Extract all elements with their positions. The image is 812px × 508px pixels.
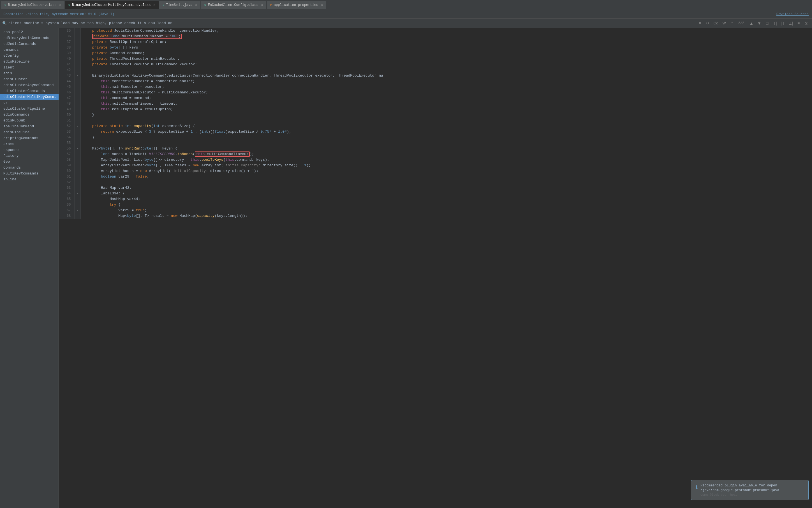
notification-text: Recommended plugin available for depen '… xyxy=(701,483,779,497)
line-number: 68 xyxy=(59,213,74,219)
sidebar-item-commands2[interactable]: Commands xyxy=(0,165,59,171)
notification-subtitle: 'java:com.google.protobuf:protobuf-java xyxy=(701,489,779,492)
sidebar-item-response[interactable]: esponse xyxy=(0,147,59,153)
table-row: 45 this.mainExecutor = executor; xyxy=(59,84,812,90)
line-gutter xyxy=(74,118,81,123)
sidebar-item-jedis-cluster-async[interactable]: edisClusterAsyncCommand xyxy=(0,82,59,88)
table-row: 59 ArrayList<Future<Map<byte[], T>>> tas… xyxy=(59,163,812,168)
line-gutter xyxy=(74,95,81,101)
search-clear-button[interactable]: ✕ xyxy=(697,20,703,26)
tab-close-0[interactable]: ✕ xyxy=(59,3,61,7)
table-row: 60 ArrayList hosts = new ArrayList( init… xyxy=(59,168,812,174)
line-gutter xyxy=(74,179,81,185)
line-code: var29 = true; xyxy=(81,208,812,213)
line-gutter xyxy=(74,135,81,140)
sidebar-item-pipeline-command[interactable]: ipelineCommand xyxy=(0,123,59,129)
sidebar-item-jedis-cluster-pipeline[interactable]: edisClusterPipeline xyxy=(0,106,59,112)
line-gutter: ▾ xyxy=(74,208,81,213)
line-gutter xyxy=(74,107,81,112)
tab-close-2[interactable]: ✕ xyxy=(195,3,197,7)
tab-close-4[interactable]: ✕ xyxy=(321,3,323,7)
sidebar-item-jedis-cluster[interactable]: edisCluster xyxy=(0,76,59,82)
table-row: 43 ▾ BinaryJedisClusterMultiKeyCommand(J… xyxy=(59,73,812,79)
sidebar-item-pool2[interactable]: ons.pool2 xyxy=(0,29,59,35)
sidebar-item-config[interactable]: eConfig xyxy=(0,53,59,58)
line-code xyxy=(81,118,812,123)
table-row: 41 private ThreadPoolExecutor multiComma… xyxy=(59,62,812,67)
search-input[interactable]: client machine's system load may be too … xyxy=(8,21,696,25)
sidebar-item-jedis-commands2[interactable]: edisCommands xyxy=(0,112,59,118)
search-option4-button[interactable]: ≡ xyxy=(795,20,802,27)
search-actions: ▲ ▼ □ ⊤| |⊤ ⊥| ≡ ⧖ xyxy=(748,20,810,27)
search-word-button[interactable]: W xyxy=(721,20,727,26)
line-number: 40 xyxy=(59,56,74,62)
sidebar-item-jedis-cluster-multikey[interactable]: edisClusterMultiKeyCommand xyxy=(0,94,59,100)
line-gutter xyxy=(74,157,81,163)
search-next-button[interactable]: ▼ xyxy=(756,20,763,27)
tab-close-3[interactable]: ✕ xyxy=(261,3,263,7)
sidebar-item-jedis-pipeline2[interactable]: edisPipeline xyxy=(0,129,59,135)
line-gutter xyxy=(74,90,81,95)
tab-time-unit[interactable]: J TimeUnit.java ✕ xyxy=(159,1,200,9)
sidebar-item-jedis[interactable]: edis xyxy=(0,71,59,76)
search-regex-button[interactable]: .* xyxy=(729,20,734,26)
editor-area[interactable]: 35 protected JedisClusterConnectionHandl… xyxy=(59,28,812,508)
table-row: 66 try { xyxy=(59,202,812,208)
line-code: private long multiCommandTimeout = 100L; xyxy=(81,34,812,39)
tab-label-active: BinaryJedisClusterMultiKeyCommand.class xyxy=(72,3,151,7)
sidebar-item-binary-jedis-commands[interactable]: edBinaryJedisCommands xyxy=(0,35,59,41)
search-prev-button[interactable]: ▲ xyxy=(748,20,755,27)
line-code: } xyxy=(81,112,812,118)
sidebar-item-commands[interactable]: ommands xyxy=(0,47,59,53)
sidebar-item-params[interactable]: arams xyxy=(0,141,59,147)
line-number: 43 xyxy=(59,73,74,79)
line-code: try { xyxy=(81,202,812,208)
table-row: 57 long nanos = TimeUnit.MILLISECONDS.to… xyxy=(59,152,812,157)
search-option1-button[interactable]: ⊤| xyxy=(772,20,778,27)
sidebar-item-er[interactable]: er xyxy=(0,100,59,106)
search-option3-button[interactable]: ⊥| xyxy=(787,20,794,27)
search-refresh-button[interactable]: ↺ xyxy=(705,20,711,26)
table-row: 46 this.multiCommandExecutor = multiComm… xyxy=(59,90,812,95)
table-row: 53 return expectedSize < 3 ? expectedSiz… xyxy=(59,129,812,135)
sidebar-item-jedis-cluster-commands[interactable]: edisClusterCommands xyxy=(0,88,59,94)
line-number: 66 xyxy=(59,202,74,208)
line-gutter xyxy=(74,185,81,191)
table-row: 48 this.multiCommandTimeout = timeout; xyxy=(59,101,812,107)
tab-application-properties[interactable]: P application.properties ✕ xyxy=(267,1,326,9)
tab-binary-jedis-cluster[interactable]: C BinaryJedisCluster.class ✕ xyxy=(1,1,64,9)
line-number: 45 xyxy=(59,84,74,90)
table-row: 67 ▾ var29 = true; xyxy=(59,208,812,213)
line-number: 36 xyxy=(59,34,74,39)
line-code: Map<byte[], T> syncRun(byte[][] keys) { xyxy=(81,146,812,152)
line-code xyxy=(81,140,812,146)
notification-title: Recommended plugin available for depen xyxy=(701,483,779,488)
search-option2-button[interactable]: |⊤ xyxy=(779,20,786,27)
sidebar-item-factory[interactable]: Factory xyxy=(0,153,59,159)
info-bar: Decompiled .class file, bytecode version… xyxy=(0,10,812,18)
sidebar-item-scripting-commands[interactable]: criptingCommands xyxy=(0,135,59,141)
line-gutter xyxy=(74,50,81,56)
search-expand-button[interactable]: □ xyxy=(764,20,770,27)
sidebar-item-inline[interactable]: inline xyxy=(0,176,59,182)
table-row: 44 this.connectionHandler = connectionHa… xyxy=(59,79,812,84)
line-gutter xyxy=(74,28,81,34)
sidebar-item-client[interactable]: lient xyxy=(0,65,59,71)
sidebar-item-redis-pipeline[interactable]: edisPipeline xyxy=(0,58,59,65)
tab-encache-client[interactable]: C EnCacheClientConfig.class ✕ xyxy=(201,1,266,9)
sidebar-item-multikey-commands[interactable]: MultiKeyCommands xyxy=(0,171,59,176)
line-gutter xyxy=(74,168,81,174)
search-case-button[interactable]: Cc xyxy=(712,20,719,26)
download-sources-link[interactable]: Download Sources xyxy=(776,12,809,16)
line-number: 61 xyxy=(59,174,74,179)
tab-binary-jedis-cluster-multikey[interactable]: C BinaryJedisClusterMultiKeyCommand.clas… xyxy=(65,1,159,9)
notification-footer: CSDN @lock your head xyxy=(701,493,779,497)
line-gutter: ▾ xyxy=(74,73,81,79)
sidebar-item-jedis-commands[interactable]: edJedisCommands xyxy=(0,41,59,47)
tab-close-1[interactable]: ✕ xyxy=(154,3,155,7)
line-code: ArrayList hosts = new ArrayList( initial… xyxy=(81,168,812,174)
sidebar-item-jedis-pubsub[interactable]: edisPubSub xyxy=(0,118,59,123)
search-filter-button[interactable]: ⧖ xyxy=(803,20,810,27)
sidebar-item-geo[interactable]: Geo xyxy=(0,159,59,165)
notification-popup: ℹ Recommended plugin available for depen… xyxy=(691,480,809,500)
